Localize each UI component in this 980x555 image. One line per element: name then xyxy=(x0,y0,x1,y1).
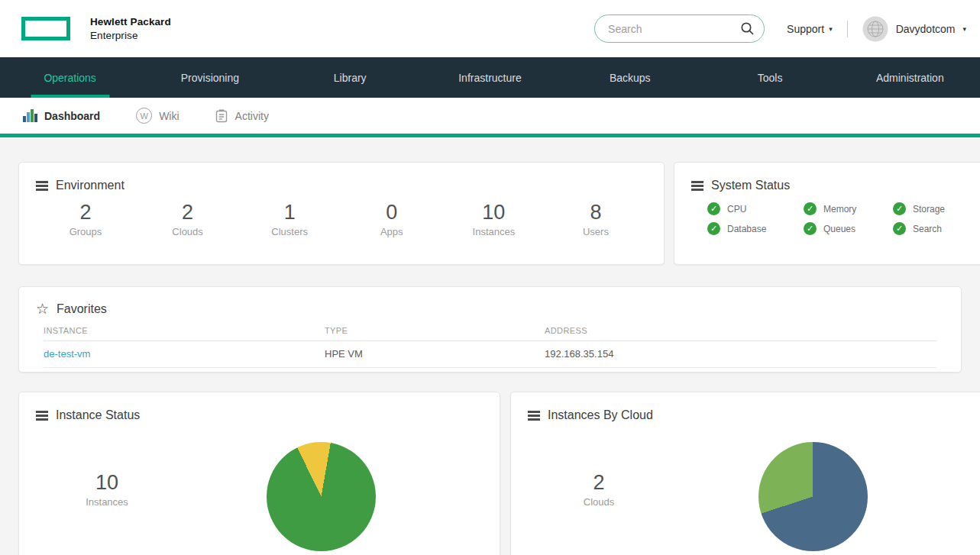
tab-provisioning[interactable]: Provisioning xyxy=(140,57,280,98)
stat-instances[interactable]: 10 Instances xyxy=(470,201,517,237)
activity-icon xyxy=(215,109,228,123)
stat-apps[interactable]: 0 Apps xyxy=(368,201,416,237)
subnav-item-activity[interactable]: Activity xyxy=(215,109,269,123)
status-label: Storage xyxy=(913,204,945,215)
avatar[interactable] xyxy=(862,16,888,42)
status-queues: ✓ Queues xyxy=(804,222,893,235)
stat-label: Instances xyxy=(31,496,183,508)
stat-label: Users xyxy=(572,226,619,237)
support-label: Support xyxy=(787,23,824,35)
card-title-text: Favorites xyxy=(57,302,107,316)
stat-value: 2 xyxy=(522,471,675,495)
tab-tools[interactable]: Tools xyxy=(700,57,839,98)
tab-operations[interactable]: Operations xyxy=(0,57,140,98)
environment-card-title: Environment xyxy=(19,163,664,192)
stat-label: Groups xyxy=(62,226,109,237)
search-input[interactable] xyxy=(608,23,740,35)
instance-count-stat: 10 Instances xyxy=(31,471,183,508)
tab-label: Backups xyxy=(610,72,651,84)
instances-by-cloud-card-title: Instances By Cloud xyxy=(511,392,980,422)
instance-status-pie-chart xyxy=(267,442,376,551)
cloud-count-stat: 2 Clouds xyxy=(522,471,675,508)
hpe-logo[interactable]: Hewlett Packard Enterprise xyxy=(21,15,171,42)
tab-label: Tools xyxy=(758,72,783,84)
subnav-label: Wiki xyxy=(159,110,179,122)
top-row: Environment 2 Groups 2 Clouds 1 Clusters… xyxy=(18,162,980,265)
subnav-item-dashboard[interactable]: Dashboard xyxy=(23,109,100,122)
stat-groups[interactable]: 2 Groups xyxy=(62,201,109,237)
subnav-item-wiki[interactable]: W Wiki xyxy=(136,108,179,124)
instances-by-cloud-card: Instances By Cloud 2 Clouds xyxy=(510,392,980,555)
stack-icon xyxy=(691,181,703,191)
app-header: Hewlett Packard Enterprise Support ▾ xyxy=(0,0,980,57)
stat-value: 2 xyxy=(62,201,109,224)
header-right: Support ▾ Davydotcom ▾ xyxy=(594,15,966,43)
tab-label: Library xyxy=(334,72,367,84)
card-title-text: System Status xyxy=(711,179,790,192)
card-title-text: Environment xyxy=(56,179,125,192)
check-icon: ✓ xyxy=(707,202,720,215)
check-icon: ✓ xyxy=(707,222,720,235)
stat-clouds[interactable]: 2 Clouds xyxy=(164,201,212,237)
tab-infrastructure[interactable]: Infrastructure xyxy=(420,57,560,98)
favorites-card: ☆ Favorites INSTANCE TYPE ADDRESS de-tes… xyxy=(18,286,962,373)
instance-type: HPE VM xyxy=(325,348,545,360)
tab-backups[interactable]: Backups xyxy=(560,57,700,98)
environment-card: Environment 2 Groups 2 Clouds 1 Clusters… xyxy=(18,162,665,265)
col-header-address: ADDRESS xyxy=(545,326,936,335)
tab-library[interactable]: Library xyxy=(280,57,420,98)
dashboard-content: Environment 2 Groups 2 Clouds 1 Clusters… xyxy=(0,137,980,555)
table-row: de-test-vm HPE VM 192.168.35.154 xyxy=(44,341,936,368)
search-icon[interactable] xyxy=(740,21,755,36)
instance-address: 192.168.35.154 xyxy=(545,348,936,360)
status-label: Database xyxy=(727,224,766,234)
sub-nav: Dashboard W Wiki Activity xyxy=(0,98,980,134)
tab-label: Administration xyxy=(876,72,944,84)
stat-value: 2 xyxy=(164,201,212,224)
header-divider xyxy=(847,21,848,37)
status-database: ✓ Database xyxy=(707,222,804,235)
subnav-label: Dashboard xyxy=(44,110,100,122)
stat-label: Instances xyxy=(470,226,517,237)
check-icon: ✓ xyxy=(893,202,906,215)
stack-icon xyxy=(36,411,48,421)
support-menu[interactable]: Support ▾ xyxy=(787,23,833,35)
col-header-instance: INSTANCE xyxy=(44,326,325,335)
stat-value: 8 xyxy=(572,201,619,224)
stat-label: Clusters xyxy=(266,226,313,237)
instance-link[interactable]: de-test-vm xyxy=(44,348,325,360)
stat-label: Clouds xyxy=(164,226,212,237)
stat-value: 0 xyxy=(368,201,416,224)
favorites-card-title: ☆ Favorites xyxy=(19,287,961,316)
status-label: Queues xyxy=(823,224,855,234)
tab-label: Provisioning xyxy=(181,72,239,84)
stat-clusters[interactable]: 1 Clusters xyxy=(266,201,313,237)
bottom-row: Instance Status 10 Instances Instances B… xyxy=(18,392,980,555)
main-nav: Operations Provisioning Library Infrastr… xyxy=(0,57,980,98)
stat-value: 10 xyxy=(470,201,517,224)
stat-label: Apps xyxy=(368,226,416,237)
favorites-table: INSTANCE TYPE ADDRESS de-test-vm HPE VM … xyxy=(44,326,936,368)
chevron-down-icon: ▾ xyxy=(962,25,966,33)
card-title-text: Instances By Cloud xyxy=(548,408,653,422)
instance-status-card-title: Instance Status xyxy=(19,392,500,422)
environment-stats: 2 Groups 2 Clouds 1 Clusters 0 Apps 10 xyxy=(19,201,664,237)
status-label: CPU xyxy=(727,204,746,215)
check-icon: ✓ xyxy=(804,222,817,235)
system-status-grid: ✓ CPU ✓ Memory ✓ Storage ✓ Database ✓ xyxy=(707,202,980,235)
user-menu[interactable]: Davydotcom ▾ xyxy=(862,16,966,42)
stack-icon xyxy=(528,411,540,421)
status-memory: ✓ Memory xyxy=(804,202,893,215)
status-label: Search xyxy=(913,224,942,234)
tab-administration[interactable]: Administration xyxy=(840,57,980,98)
bar-chart-icon xyxy=(23,109,37,122)
tab-label: Operations xyxy=(44,72,95,84)
stat-value: 1 xyxy=(266,201,313,224)
stat-users[interactable]: 8 Users xyxy=(572,201,619,237)
hpe-logo-mark xyxy=(21,17,70,40)
brand-line1: Hewlett Packard xyxy=(90,15,171,28)
instances-by-cloud-pie-chart xyxy=(758,442,868,551)
stat-value: 10 xyxy=(31,471,183,495)
status-storage: ✓ Storage xyxy=(893,202,980,215)
favorites-header-row: INSTANCE TYPE ADDRESS xyxy=(44,326,936,341)
